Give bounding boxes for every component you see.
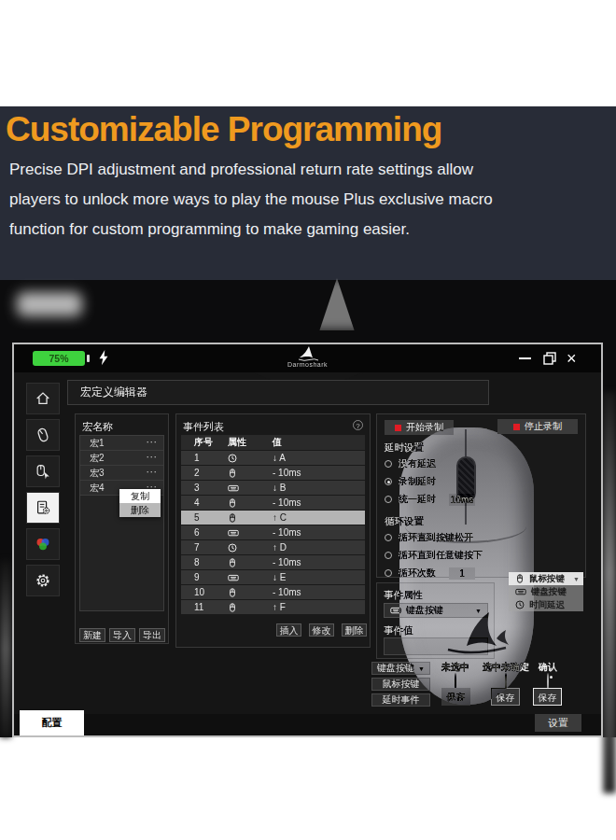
more-options-icon[interactable]: ··· — [147, 466, 158, 480]
macro-list-item[interactable]: 宏2··· — [80, 451, 163, 466]
event-attribute-panel: 事件属性 键盘按键 ▼ 事件值 — [376, 582, 495, 659]
sidebar-item-settings[interactable] — [26, 565, 60, 596]
radio-icon[interactable] — [385, 552, 392, 559]
sidebar-item-macro[interactable] — [26, 492, 60, 524]
sidebar-item-lighting[interactable] — [26, 528, 60, 560]
more-options-icon[interactable]: ··· — [147, 436, 158, 450]
new-macro-button[interactable]: 新建 — [79, 628, 105, 642]
minimize-button[interactable] — [519, 357, 531, 359]
event-table-header: 序号 属性 值 — [181, 435, 365, 450]
keyboard-key-button[interactable]: 键盘按键▼ — [371, 662, 430, 675]
macro-name-panel: 宏名称 宏1··· 宏2··· 宏3··· 宏4··· 新建 导入 导出 — [75, 413, 169, 644]
event-row-selected[interactable]: 5↑ C — [181, 511, 365, 525]
insert-event-button[interactable]: 插入 — [276, 623, 301, 637]
sidebar-item-button-mapping[interactable] — [26, 455, 60, 487]
loop-option[interactable]: 循环次数 1 — [385, 567, 475, 580]
app-window: 75% Darmoshark × 宏定义编辑器 宏名称 — [12, 343, 603, 737]
event-row[interactable]: 3↓ B — [181, 481, 365, 495]
blurred-edge-right — [603, 392, 616, 793]
titlebar-notch — [253, 372, 363, 380]
event-row[interactable]: 10- 10ms — [181, 585, 365, 599]
mouse-icon — [35, 427, 51, 443]
delay-option[interactable]: 统一延时 10ms — [385, 493, 475, 506]
mouse-icon — [228, 588, 237, 597]
event-type-menu: 鼠标按键 ▼ 键盘按键 时间延迟 — [509, 572, 583, 611]
modify-event-button[interactable]: 修改 — [309, 623, 334, 637]
export-macro-button[interactable]: 导出 — [139, 628, 165, 642]
hero-line: function for custom programming to make … — [9, 220, 616, 239]
mouse-icon — [228, 469, 237, 478]
titlebar: 75% Darmoshark × — [14, 344, 601, 372]
config-tab[interactable]: 配置 — [20, 710, 84, 735]
loop-settings-title: 循环设置 — [385, 515, 424, 528]
mouse-icon — [228, 513, 237, 523]
charging-bolt-icon — [98, 350, 109, 366]
save-button-pending[interactable]: 保存 — [491, 688, 520, 706]
record-dot-icon — [395, 425, 401, 431]
event-row[interactable]: 9↓ E — [181, 570, 365, 584]
radio-icon[interactable] — [385, 569, 392, 577]
menu-item-mouse-button[interactable]: 鼠标按键 ▼ — [509, 572, 583, 585]
loop-option[interactable]: 循环直到按键松开 — [385, 531, 473, 544]
save-button-confirm[interactable]: 保存 — [533, 688, 562, 706]
sidebar-item-mouse[interactable] — [26, 419, 60, 451]
delay-event-button[interactable]: 延时事件 — [371, 693, 430, 707]
menu-item-time-delay[interactable]: 时间延迟 — [509, 598, 583, 611]
keyboard-icon — [390, 606, 401, 615]
delay-option[interactable]: 录制延时 — [385, 475, 436, 488]
uniform-delay-value[interactable]: 10ms — [449, 494, 475, 506]
delete-event-button[interactable]: 删除 — [342, 623, 367, 637]
context-menu-copy[interactable]: 复制 — [119, 489, 161, 503]
macro-list-item[interactable]: 宏3··· — [80, 466, 163, 481]
event-row[interactable]: 6- 10ms — [181, 525, 365, 539]
shark-fin-icon — [296, 346, 320, 362]
radio-icon[interactable] — [385, 496, 392, 503]
loop-option[interactable]: 循环直到任意键按下 — [385, 549, 483, 562]
chevron-down-icon: ▼ — [573, 576, 580, 582]
save-button-unselected[interactable]: 保存 — [441, 688, 470, 706]
radio-checked-icon[interactable] — [385, 478, 392, 485]
event-type-dropdown[interactable]: 键盘按键 ▼ — [384, 603, 488, 618]
more-options-icon[interactable]: ··· — [147, 451, 158, 465]
event-row[interactable]: 1↓ A — [181, 451, 365, 465]
event-row[interactable]: 4- 10ms — [181, 496, 365, 510]
menu-item-keyboard-key[interactable]: 键盘按键 — [509, 585, 583, 598]
start-record-button[interactable]: 开始录制 — [385, 420, 454, 435]
import-macro-button[interactable]: 导入 — [109, 628, 135, 642]
event-row[interactable]: 7↑ D — [181, 540, 365, 554]
footer-bar — [14, 714, 601, 735]
mouse-button-button[interactable]: 鼠标按键 — [371, 678, 430, 691]
hero-line: players to unlock more ways to play the … — [9, 190, 616, 209]
macro-icon — [35, 499, 51, 516]
gear-icon — [35, 572, 51, 589]
close-button[interactable]: × — [567, 346, 577, 371]
event-row[interactable]: 11↑ F — [181, 600, 365, 614]
delay-option[interactable]: 没有延迟 — [385, 457, 436, 470]
loop-count-value[interactable]: 1 — [449, 567, 475, 580]
radio-icon[interactable] — [385, 534, 392, 541]
keyboard-icon — [228, 528, 239, 538]
macro-list-item[interactable]: 宏1··· — [80, 436, 163, 451]
mouse-icon — [228, 558, 237, 567]
brand-name: Darmoshark — [266, 361, 350, 368]
restore-button[interactable] — [543, 352, 556, 365]
clock-icon — [515, 600, 525, 609]
mouse-icon — [228, 498, 237, 508]
state-label-confirm: 确认 — [539, 661, 557, 674]
event-row[interactable]: 8- 10ms — [181, 555, 365, 569]
state-label-unselected: 未选中 — [441, 661, 469, 674]
event-value-input[interactable] — [384, 637, 488, 655]
macro-context-menu: 复制 删除 — [119, 489, 161, 517]
context-menu-delete[interactable]: 删除 — [119, 503, 161, 517]
stop-record-button[interactable]: 停止录制 — [497, 419, 578, 434]
settings-button[interactable]: 设置 — [535, 714, 581, 732]
macro-panel-title: 宏名称 — [76, 414, 168, 434]
record-settings-panel: 开始录制 延时设置 没有延迟 录制延时 统一延时 10ms 循环设置 循环直到按… — [376, 413, 586, 578]
sidebar-item-home[interactable] — [26, 383, 60, 414]
help-icon[interactable]: ? — [353, 420, 363, 430]
event-row[interactable]: 2- 10ms — [181, 466, 365, 480]
editor-header: 宏定义编辑器 — [67, 380, 489, 405]
clock-icon — [228, 454, 237, 463]
blurred-battery-blob — [17, 292, 82, 316]
radio-icon[interactable] — [385, 460, 392, 468]
